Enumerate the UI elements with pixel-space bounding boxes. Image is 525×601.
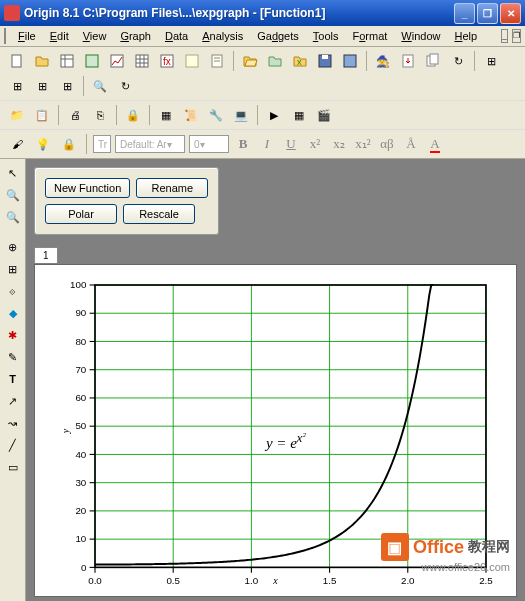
- x-axis-label[interactable]: x: [273, 575, 277, 586]
- slide-show-icon[interactable]: ▶: [263, 104, 285, 126]
- y-axis-label[interactable]: y: [60, 428, 71, 432]
- menu-data[interactable]: Data: [159, 28, 194, 44]
- batch-1-icon[interactable]: ⊞: [480, 50, 502, 72]
- recalc-icon[interactable]: 🔒: [122, 104, 144, 126]
- svg-text:70: 70: [75, 364, 86, 375]
- subscript-button[interactable]: x₂: [329, 134, 349, 154]
- brush-icon[interactable]: 🖌: [6, 133, 28, 155]
- svg-text:90: 90: [75, 307, 86, 318]
- zoom-out-tool-icon[interactable]: 🔍: [3, 207, 23, 227]
- menu-graph[interactable]: Graph: [114, 28, 157, 44]
- document-icon[interactable]: [4, 28, 6, 44]
- zoom-icon[interactable]: 🔍: [89, 75, 111, 97]
- svg-text:2.0: 2.0: [401, 575, 415, 586]
- maximize-button[interactable]: ❐: [477, 3, 498, 24]
- new-folder-icon[interactable]: [31, 50, 53, 72]
- svg-text:1.5: 1.5: [323, 575, 337, 586]
- open-icon[interactable]: [239, 50, 261, 72]
- polar-button[interactable]: Polar: [45, 204, 117, 224]
- new-workbook-icon[interactable]: [56, 50, 78, 72]
- new-layout-icon[interactable]: [181, 50, 203, 72]
- batch-4-icon[interactable]: ⊞: [56, 75, 78, 97]
- menu-view[interactable]: View: [77, 28, 113, 44]
- curved-arrow-icon[interactable]: ↝: [3, 413, 23, 433]
- zoom-in-tool-icon[interactable]: 🔍: [3, 185, 23, 205]
- svg-rect-19: [322, 55, 328, 59]
- batch-3-icon[interactable]: ⊞: [31, 75, 53, 97]
- rectangle-tool-icon[interactable]: ▭: [3, 457, 23, 477]
- rescale-button[interactable]: Rescale: [123, 204, 195, 224]
- new-function-icon[interactable]: fx: [156, 50, 178, 72]
- minimize-button[interactable]: _: [454, 3, 475, 24]
- print-icon[interactable]: 🖨: [64, 104, 86, 126]
- digitizer-icon[interactable]: ▦: [288, 104, 310, 126]
- supersub-button[interactable]: x₁²: [353, 134, 373, 154]
- font-style-select[interactable]: Tr: [93, 135, 111, 153]
- rename-button[interactable]: Rename: [136, 178, 208, 198]
- data-selector-icon[interactable]: ⟐: [3, 281, 23, 301]
- superscript-button[interactable]: x²: [305, 134, 325, 154]
- arrow-tool-icon[interactable]: ↗: [3, 391, 23, 411]
- menu-file[interactable]: File: [12, 28, 42, 44]
- new-project-icon[interactable]: [6, 50, 28, 72]
- data-reader-icon[interactable]: ⊞: [3, 259, 23, 279]
- greek-button[interactable]: αβ: [377, 134, 397, 154]
- script-icon[interactable]: 📜: [180, 104, 202, 126]
- new-notes-icon[interactable]: [206, 50, 228, 72]
- duplicate-icon[interactable]: ⎘: [89, 104, 111, 126]
- lock-icon[interactable]: 🔒: [58, 133, 80, 155]
- close-button[interactable]: ✕: [500, 3, 521, 24]
- import-wizard-icon[interactable]: 🧙: [372, 50, 394, 72]
- layer-tab-1[interactable]: 1: [34, 247, 58, 263]
- new-matrix-icon[interactable]: [131, 50, 153, 72]
- font-size-select[interactable]: 0 ▾: [189, 135, 229, 153]
- svg-text:0: 0: [81, 562, 87, 573]
- font-name-select[interactable]: Default: Ar ▾: [115, 135, 185, 153]
- new-excel-icon[interactable]: [81, 50, 103, 72]
- region-data-icon[interactable]: ◆: [3, 303, 23, 323]
- save-project-icon[interactable]: [314, 50, 336, 72]
- svg-text:80: 80: [75, 336, 86, 347]
- menu-gadgets[interactable]: Gadgets: [251, 28, 305, 44]
- mdi-minimize-button[interactable]: _: [501, 29, 507, 43]
- svg-text:0.5: 0.5: [166, 575, 180, 586]
- new-function-button[interactable]: New Function: [45, 178, 130, 198]
- new-graph-icon[interactable]: [106, 50, 128, 72]
- italic-button[interactable]: I: [257, 134, 277, 154]
- graph-window[interactable]: 0.00.51.01.52.02.50102030405060708090100…: [34, 264, 517, 597]
- font-button[interactable]: Å: [401, 134, 421, 154]
- save-template-icon[interactable]: [339, 50, 361, 72]
- mask-tool-icon[interactable]: ✱: [3, 325, 23, 345]
- import-ascii-icon[interactable]: [397, 50, 419, 72]
- font-color-button[interactable]: A: [425, 134, 445, 154]
- equation-text[interactable]: y = ex2: [266, 431, 306, 452]
- screen-reader-icon[interactable]: ⊕: [3, 237, 23, 257]
- menu-edit[interactable]: Edit: [44, 28, 75, 44]
- video-icon[interactable]: 🎬: [313, 104, 335, 126]
- plot-area[interactable]: 0.00.51.01.52.02.50102030405060708090100: [95, 285, 486, 567]
- bold-button[interactable]: B: [233, 134, 253, 154]
- menu-format[interactable]: Format: [346, 28, 393, 44]
- code-builder-icon[interactable]: 🔧: [205, 104, 227, 126]
- menu-analysis[interactable]: Analysis: [196, 28, 249, 44]
- menu-window[interactable]: Window: [395, 28, 446, 44]
- underline-button[interactable]: U: [281, 134, 301, 154]
- line-tool-icon[interactable]: ╱: [3, 435, 23, 455]
- lightbulb-icon[interactable]: 💡: [32, 133, 54, 155]
- batch-2-icon[interactable]: ⊞: [6, 75, 28, 97]
- import-multiple-icon[interactable]: [422, 50, 444, 72]
- pointer-tool-icon[interactable]: ↖: [3, 163, 23, 183]
- draw-data-icon[interactable]: ✎: [3, 347, 23, 367]
- add-column-icon[interactable]: ▦: [155, 104, 177, 126]
- explorer-icon[interactable]: 📁: [6, 104, 28, 126]
- text-tool-icon[interactable]: T: [3, 369, 23, 389]
- reimport-icon[interactable]: ↻: [447, 50, 469, 72]
- open-excel-icon[interactable]: X: [289, 50, 311, 72]
- open-template-icon[interactable]: [264, 50, 286, 72]
- menu-help[interactable]: Help: [448, 28, 483, 44]
- menu-tools[interactable]: Tools: [307, 28, 345, 44]
- results-icon[interactable]: 📋: [31, 104, 53, 126]
- labtalk-icon[interactable]: 💻: [230, 104, 252, 126]
- refresh-icon[interactable]: ↻: [114, 75, 136, 97]
- mdi-restore-button[interactable]: ❐: [512, 29, 521, 43]
